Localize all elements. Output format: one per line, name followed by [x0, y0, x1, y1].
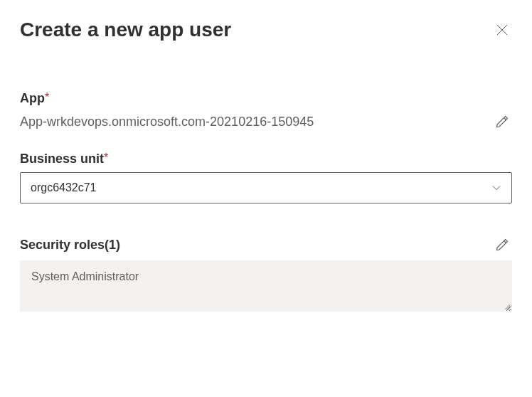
app-value: App-wrkdevops.onmicrosoft.com-20210216-1… [20, 115, 314, 129]
pencil-icon [495, 115, 509, 129]
close-icon [495, 23, 509, 37]
app-field-group: App* App-wrkdevops.onmicrosoft.com-20210… [20, 91, 512, 132]
svg-line-3 [504, 241, 506, 243]
business-unit-dropdown[interactable]: orgc6432c71 [20, 172, 512, 203]
chevron-down-icon [491, 183, 501, 193]
svg-line-2 [504, 118, 506, 120]
security-roles-field-group: Security roles(1) System Administrator [20, 235, 512, 312]
app-label: App [20, 91, 45, 106]
edit-app-button[interactable] [492, 112, 512, 132]
panel-header: Create a new app user [20, 18, 512, 41]
required-indicator: * [45, 91, 49, 103]
close-button[interactable] [492, 20, 512, 40]
edit-security-roles-button[interactable] [492, 235, 512, 255]
business-unit-value: orgc6432c71 [31, 181, 97, 194]
security-roles-header: Security roles(1) [20, 235, 512, 255]
business-unit-field-group: Business unit * orgc6432c71 [20, 152, 512, 203]
security-roles-box[interactable]: System Administrator [20, 260, 512, 312]
pencil-icon [495, 238, 509, 252]
security-role-item: System Administrator [31, 270, 501, 283]
required-indicator: * [104, 152, 108, 164]
security-roles-label: Security roles(1) [20, 238, 120, 253]
business-unit-label: Business unit [20, 152, 104, 166]
app-row: App-wrkdevops.onmicrosoft.com-20210216-1… [20, 112, 512, 132]
page-title: Create a new app user [20, 18, 231, 41]
